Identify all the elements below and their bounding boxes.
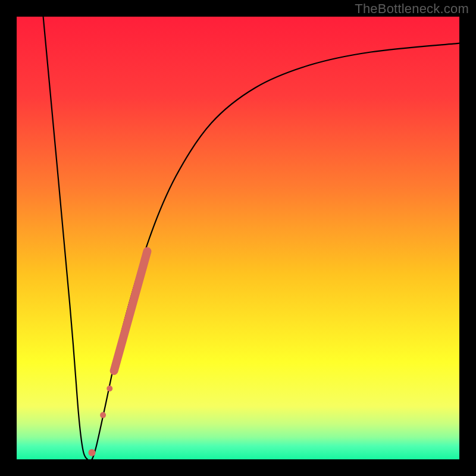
plot-area (17, 17, 459, 459)
outer-frame: TheBottleneck.com (0, 0, 476, 476)
curve-layer (17, 17, 459, 459)
data-marker (107, 386, 112, 392)
data-marker (100, 412, 106, 418)
data-marker (88, 449, 95, 456)
data-markers (88, 386, 112, 456)
watermark-text: TheBottleneck.com (355, 1, 469, 17)
highlight-segment (114, 251, 148, 371)
bottleneck-curve (43, 17, 459, 459)
